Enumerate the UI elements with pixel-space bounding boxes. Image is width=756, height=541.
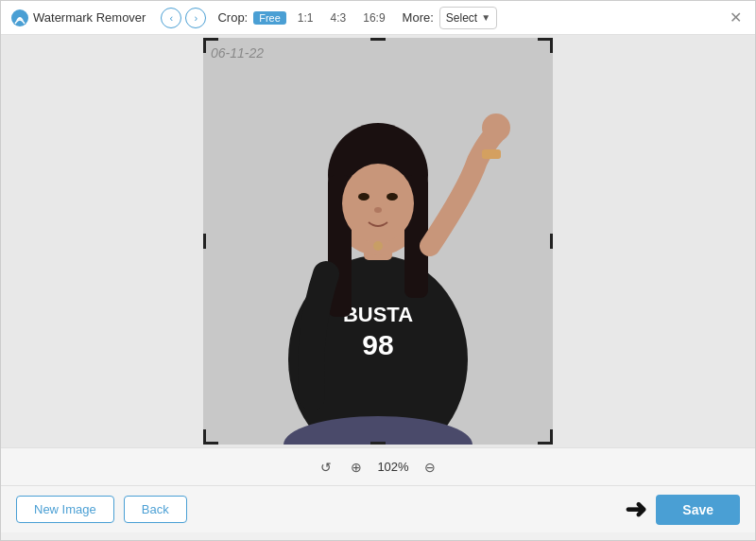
zoom-percent: 102% xyxy=(377,460,408,474)
photo-area: 06-11-22 BUSTA 98 xyxy=(203,38,553,445)
close-button[interactable]: ✕ xyxy=(726,10,746,26)
more-section: More: Select ▼ xyxy=(403,7,498,29)
select-dropdown[interactable]: Select ▼ xyxy=(439,7,497,29)
save-button[interactable]: Save xyxy=(656,495,740,525)
new-image-button[interactable]: New Image xyxy=(16,496,114,523)
date-label: 06-11-22 xyxy=(211,45,264,61)
crop-section: Crop: Free 1:1 4:3 16:9 xyxy=(217,9,390,26)
nav-arrows: ‹ › xyxy=(161,8,206,28)
svg-rect-16 xyxy=(482,149,501,159)
image-container: 06-11-22 BUSTA 98 xyxy=(203,38,553,445)
person-figure: BUSTA 98 xyxy=(203,38,553,445)
ratio-16-9-button[interactable]: 16:9 xyxy=(357,9,390,26)
svg-point-12 xyxy=(387,193,398,201)
app-name: Watermark Remover xyxy=(33,10,146,25)
logo-icon xyxy=(10,9,29,27)
arrow-hint: ➜ xyxy=(625,494,646,525)
ratio-1-1-button[interactable]: 1:1 xyxy=(292,9,319,26)
svg-point-10 xyxy=(342,164,414,243)
zoom-bar: ↺ ⊕ 102% ⊖ xyxy=(1,447,755,485)
ratio-4-3-button[interactable]: 4:3 xyxy=(325,9,352,26)
main-canvas: 06-11-22 BUSTA 98 xyxy=(1,35,755,447)
free-badge[interactable]: Free xyxy=(253,11,286,25)
app-logo: Watermark Remover xyxy=(10,9,153,27)
back-button[interactable]: Back xyxy=(124,496,187,523)
zoom-in-button[interactable]: ⊕ xyxy=(347,458,366,477)
chevron-down-icon: ▼ xyxy=(481,12,490,23)
action-bar: New Image Back ➜ Save xyxy=(1,485,755,532)
titlebar: Watermark Remover ‹ › Crop: Free 1:1 4:3… xyxy=(1,1,755,35)
more-label: More: xyxy=(403,10,434,25)
svg-point-15 xyxy=(373,241,383,251)
svg-text:BUSTA: BUSTA xyxy=(343,303,413,326)
nav-back-button[interactable]: ‹ xyxy=(161,8,181,28)
svg-point-13 xyxy=(374,207,382,213)
svg-point-11 xyxy=(358,193,369,201)
select-label: Select xyxy=(446,11,477,25)
svg-point-14 xyxy=(482,113,510,142)
crop-label: Crop: xyxy=(217,10,248,25)
zoom-out-button[interactable]: ⊖ xyxy=(421,458,439,477)
nav-forward-button[interactable]: › xyxy=(185,8,206,28)
reset-zoom-button[interactable]: ↺ xyxy=(317,458,335,477)
arrow-right-icon: ➜ xyxy=(625,494,646,525)
svg-text:98: 98 xyxy=(362,329,393,360)
